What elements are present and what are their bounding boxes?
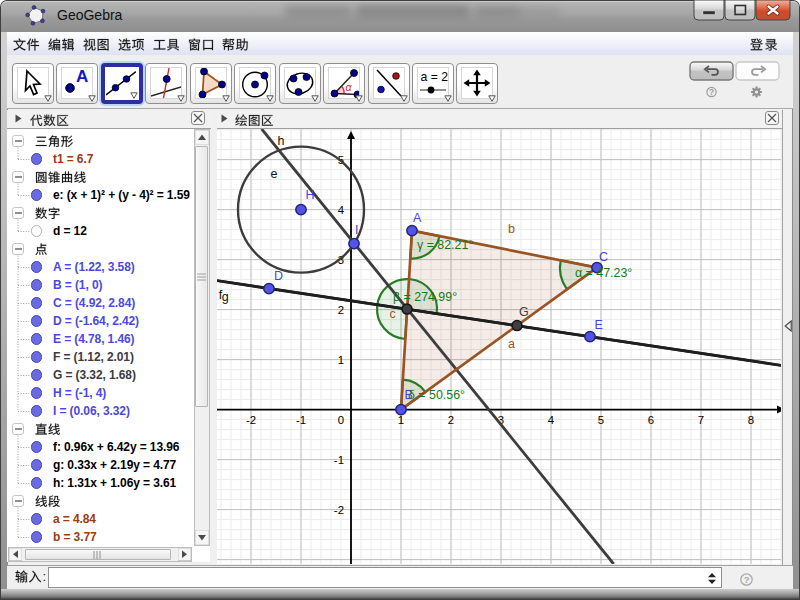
svg-text:δ = 50.56°: δ = 50.56°: [408, 388, 465, 402]
svg-text:C: C: [599, 250, 608, 264]
svg-text:5: 5: [598, 414, 604, 426]
svg-text:7: 7: [698, 414, 704, 426]
svg-text:8: 8: [748, 414, 754, 426]
svg-text:α: α: [345, 81, 352, 93]
svg-text:?: ?: [744, 574, 750, 585]
svg-text:-1: -1: [334, 454, 344, 466]
svg-text:β = 274.99°: β = 274.99°: [393, 290, 457, 304]
svg-text:4: 4: [548, 414, 554, 426]
svg-text:G: G: [519, 305, 529, 319]
svg-text:H: H: [306, 188, 315, 202]
svg-text:E: E: [595, 318, 603, 332]
svg-text:0: 0: [338, 414, 344, 426]
svg-text:2: 2: [338, 304, 344, 316]
svg-text:-2: -2: [246, 414, 256, 426]
svg-text:a = 2: a = 2: [420, 70, 448, 84]
svg-text:?: ?: [709, 87, 714, 97]
svg-text:1: 1: [398, 414, 404, 426]
svg-text:-1: -1: [296, 414, 306, 426]
svg-text:e: e: [271, 167, 278, 181]
svg-text:α = 47.23°: α = 47.23°: [575, 266, 632, 280]
svg-text:-2: -2: [334, 504, 344, 516]
svg-text:I: I: [355, 223, 358, 237]
svg-text:c: c: [390, 307, 396, 321]
svg-text:6: 6: [648, 414, 654, 426]
svg-text:γ = 82.21°: γ = 82.21°: [417, 238, 473, 252]
svg-text:D: D: [274, 269, 283, 283]
svg-text:h: h: [278, 134, 285, 148]
svg-text:A: A: [76, 68, 88, 86]
svg-text:A: A: [413, 211, 422, 225]
svg-text:a: a: [508, 337, 515, 351]
svg-text:g: g: [222, 290, 229, 304]
svg-text:b: b: [508, 222, 515, 236]
svg-text:4: 4: [338, 204, 344, 216]
svg-text:2: 2: [448, 414, 454, 426]
svg-text:1: 1: [338, 354, 344, 366]
